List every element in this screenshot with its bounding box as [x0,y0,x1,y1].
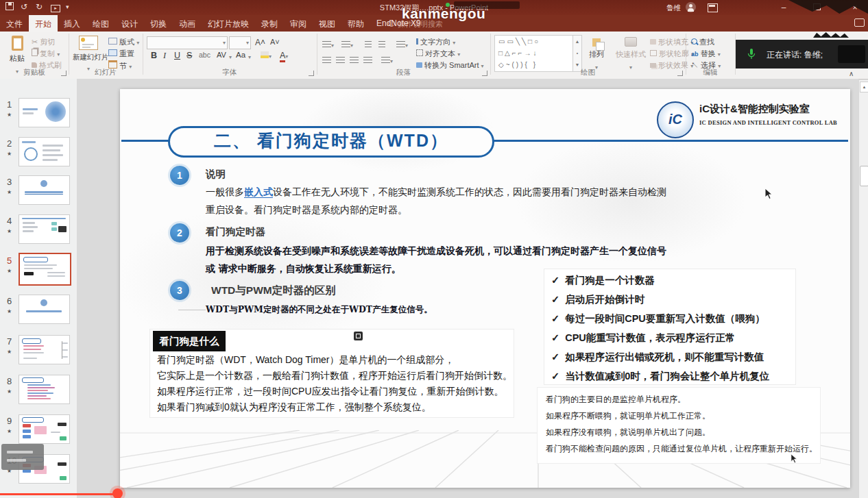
paragraph-dialog-launcher[interactable] [482,71,487,76]
grow-font-button[interactable]: A˄ [255,38,265,47]
font-color-button[interactable]: A▾ [280,51,288,60]
save-icon[interactable] [5,2,14,12]
slide-editing-surface[interactable]: iC iC设计&智能控制实验室 IC DESIGN AND INTELLIGEN… [120,89,850,488]
quick-styles-button[interactable]: 快速样式▾ [613,37,649,72]
what-is-watchdog-panel[interactable]: 看门狗是什么 看门狗定时器（WDT，Watch Dog Timer）是单片机的一… [149,329,514,418]
font-dialog-launcher[interactable] [309,71,314,76]
minimize-button[interactable]: – [773,0,794,15]
text-direction-button[interactable]: 文字方向 ▾ [416,37,455,47]
cut-button[interactable]: ✂ 剪切 [32,37,55,47]
watchdog-purpose-panel[interactable]: 看门狗的主要目的是监控单片机程序。 如果程序不断喂狗，就证明单片机工作正常。 如… [537,387,821,464]
highlight-color-button[interactable]: ▾ [261,51,272,60]
vertical-scrollbar[interactable]: ▲ [858,80,868,498]
underline-button[interactable]: U [174,51,180,60]
quick-access-more-icon[interactable]: ▾ [66,2,69,12]
numbering-button[interactable]: ▾ [341,38,353,50]
section-1-line2[interactable]: 重启设备。看门狗定时器是系统内部的定时器。 [206,204,407,216]
tab-design[interactable]: 设计 [115,15,144,32]
comments-icon[interactable] [854,18,865,27]
font-size-combo[interactable]: ▾ [229,36,251,49]
redo-icon[interactable]: ↻ [36,2,43,12]
undo-icon[interactable]: ↺ [21,2,27,12]
tab-home[interactable]: 开始 [29,15,58,32]
scroll-up-button[interactable]: ▲ [860,82,868,92]
arrange-button[interactable]: 排列▾ [584,37,609,72]
clipboard-dialog-launcher[interactable] [61,71,67,76]
check-item: ✓每过一段时间CPU要重新写入计数值（喂狗） [551,312,765,325]
slide-thumbnail-6[interactable] [19,295,70,324]
slide-thumbnail-4[interactable] [19,214,70,244]
avatar[interactable] [686,2,696,12]
change-case-button[interactable]: Aa [236,51,245,59]
hyperlink-embedded[interactable]: 嵌入式 [244,186,273,198]
character-spacing-button[interactable]: AV [217,51,226,59]
section-2-line1[interactable]: 用于检测系统设备在受到噪声和系统误差等故障干扰造成设备死机，可以通过看门狗定时器… [206,245,666,258]
bold-button[interactable]: B [151,51,157,60]
video-progress-bar[interactable] [0,493,121,495]
align-left-button[interactable] [322,53,331,66]
shape-fill-button[interactable]: 形状填充 ▾ [650,37,693,47]
align-text-button[interactable]: 对齐文本 ▾ [416,49,460,59]
section-3-title[interactable]: WTD与PWM定时器的区别 [211,284,336,298]
purpose-line: 如果程序没有喂狗，就说明单片机出了问题。 [546,427,710,438]
strikethrough-button[interactable]: S [186,51,192,60]
layout-button[interactable]: 版式 ▾ [108,37,139,47]
drawing-dialog-launcher[interactable] [677,71,683,76]
tab-help[interactable]: 帮助 [341,15,370,32]
tab-file[interactable]: 文件 [0,15,29,32]
align-right-button[interactable] [350,53,359,66]
section-2-line2[interactable]: 或 请求中断服务，自动恢复让系统重新运行。 [206,263,401,275]
text-run: 一般很多 [206,186,244,197]
line-spacing-button[interactable]: ▾ [396,38,408,50]
increase-indent-button[interactable] [378,38,385,50]
ribbon-display-options-icon[interactable] [708,3,718,12]
slide-thumbnail-7[interactable] [19,335,70,364]
section-1-title[interactable]: 说明 [206,168,226,181]
replace-button[interactable]: ab 替换 ▾ [691,49,721,59]
tab-draw[interactable]: 绘图 [86,15,115,32]
tab-slideshow[interactable]: 幻灯片放映 [202,15,255,32]
decrease-indent-button[interactable] [365,38,372,50]
shrink-font-button[interactable]: A˅ [270,38,280,46]
slide-thumbnail-3[interactable] [19,175,70,205]
tab-transitions[interactable]: 切换 [144,15,173,32]
slide-thumbnail-8[interactable] [19,375,70,404]
slide-thumbnail-1[interactable] [19,98,70,127]
justify-button[interactable] [363,53,372,66]
shapes-gallery[interactable]: ▭▭╲╲□○ □△⌐⌐→↓ ◇~()){ } [494,35,576,72]
scrollbar-thumb[interactable] [860,166,868,186]
shape-outline-button[interactable]: 形状轮廓 ▾ [650,49,694,59]
watchdog-checklist-panel[interactable]: ✓看门狗是一个计数器 ✓启动后开始倒计时 ✓每过一段时间CPU要重新写入计数值（… [544,269,796,385]
add-remove-columns-button[interactable]: ▾ [381,53,393,66]
tab-review[interactable]: 审阅 [284,15,313,32]
slide-thumbnail-9[interactable] [19,414,70,444]
tab-insert[interactable]: 插入 [58,15,86,32]
italic-button[interactable]: I [163,51,166,61]
tab-animations[interactable]: 动画 [173,15,202,32]
shapes-gallery-scroll[interactable]: ▲•▼ [572,35,582,72]
expand-icon[interactable] [354,332,363,340]
slide-number: 1 [7,99,12,110]
animation-star-icon: ★ [7,112,12,118]
section-2-title[interactable]: 看门狗定时器 [206,225,265,238]
ribbon: 粘贴▾ ✂ 剪切 复制 ▾ 格式刷 剪贴板 新建幻灯片▾ 版式 ▾ 重置 节 ▾… [0,32,868,79]
video-progress-handle[interactable] [112,488,123,498]
section-3-connector [178,310,206,310]
align-center-button[interactable] [336,53,345,66]
section-1-line1[interactable]: 一般很多嵌入式设备工作在无人环境下，不能实时监测系统工作的状态，因此需要用看门狗… [206,186,666,199]
tab-view[interactable]: 视图 [313,15,341,32]
slide-thumbnail-2[interactable] [19,137,70,166]
section-3-line1[interactable]: WDT与PWM定时器的不同之处在于WDT产生复位信号。 [206,304,433,316]
tab-record[interactable]: 录制 [255,15,284,32]
slide-title[interactable]: 二、 看门狗定时器（WTD） [168,126,494,158]
start-slideshow-icon[interactable]: ▸ [51,2,60,12]
font-name-combo[interactable]: ▾ [147,36,228,49]
slide-thumbnail-5-selected[interactable] [19,253,71,286]
animation-star-icon: ★ [7,151,12,157]
bullets-button[interactable]: ▾ [322,38,334,50]
collapse-ribbon-chevron[interactable]: ∧ [849,70,854,77]
find-button[interactable]: 查找 [691,37,714,47]
text-shadow-button[interactable]: abc [199,51,210,59]
reset-button[interactable]: 重置 [108,49,134,59]
copy-button[interactable]: 复制 ▾ [32,49,60,59]
